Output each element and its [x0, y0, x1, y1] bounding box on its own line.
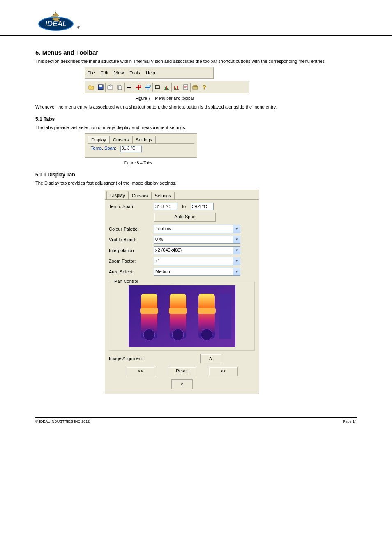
area-label: Area Select:	[109, 269, 154, 274]
temp-span-value-cropped: 31.3 °C	[120, 146, 142, 152]
temp-span-label-cropped: Temp. Span:	[91, 146, 116, 150]
cursor-cold-icon[interactable]: C	[143, 83, 153, 92]
svg-rect-17	[175, 88, 176, 90]
tabs-cropped-figure: Display Cursors Settings Temp. Span: 31.…	[85, 133, 197, 158]
svg-rect-18	[177, 86, 178, 90]
toolbar-figure: B C ?	[85, 81, 249, 93]
save-icon[interactable]	[96, 83, 106, 92]
page-header: IDEAL ®	[0, 0, 392, 36]
align-up-button[interactable]: ʌ	[200, 354, 221, 363]
pan-control-fieldset: Pan Control	[109, 282, 255, 351]
chevron-down-icon[interactable]: ▼	[233, 225, 240, 233]
library-icon[interactable]	[191, 83, 200, 92]
svg-rect-19	[184, 85, 188, 90]
page-footer: © IDEAL INDUSTRIES INC 2012 Page 14	[35, 417, 357, 423]
svg-text:IDEAL: IDEAL	[45, 20, 67, 28]
svg-rect-21	[194, 85, 197, 86]
align-right-button[interactable]: >>	[209, 367, 238, 376]
cursor-plain-icon[interactable]	[125, 83, 134, 92]
svg-rect-32	[198, 308, 216, 314]
tab-display[interactable]: Display	[88, 136, 110, 143]
temp-to-input[interactable]	[191, 203, 214, 210]
visible-blend-select[interactable]: 0 %	[154, 236, 233, 244]
open-icon[interactable]	[87, 83, 96, 92]
svg-rect-16	[174, 86, 175, 90]
svg-rect-12	[155, 86, 159, 89]
cursor-hot-icon[interactable]: B	[134, 83, 143, 92]
tab-cursors[interactable]: Cursors	[109, 136, 133, 143]
svg-rect-31	[169, 308, 187, 314]
svg-text:?: ?	[203, 84, 206, 90]
svg-point-29	[201, 329, 212, 340]
menubar-figure: File Edit View Tools Help	[85, 67, 214, 79]
pan-control-legend: Pan Control	[113, 279, 140, 284]
auto-span-button[interactable]: Auto Span	[154, 213, 216, 222]
menu-tools[interactable]: Tools	[129, 70, 140, 75]
section-title: 5. Menus and Toolbar	[35, 49, 348, 56]
chevron-down-icon[interactable]: ▼	[233, 246, 240, 254]
ideal-logo: IDEAL ®	[35, 7, 86, 32]
copy-image-icon[interactable]	[115, 83, 125, 92]
align-down-button[interactable]: v	[171, 379, 193, 389]
temp-from-input[interactable]	[154, 203, 177, 210]
svg-rect-15	[167, 88, 168, 90]
temp-span-label: Temp. Span:	[109, 204, 154, 209]
display-tab-title: 5.1.1 Display Tab	[35, 172, 348, 178]
svg-text:®: ®	[77, 25, 80, 30]
chart-icon[interactable]	[162, 83, 172, 92]
chart2-icon[interactable]	[172, 83, 181, 92]
panel-tab-settings[interactable]: Settings	[151, 192, 175, 199]
align-left-button[interactable]: <<	[127, 367, 155, 376]
colour-palette-label: Colour Palette:	[109, 227, 154, 231]
section-intro: This section describes the menu structur…	[35, 58, 348, 65]
image-alignment-label: Image Alignment:	[109, 356, 166, 361]
tab-settings[interactable]: Settings	[132, 136, 156, 143]
figure7-caption: Figure 7 – Menu bar and toolbar	[85, 96, 245, 102]
chevron-down-icon[interactable]: ▼	[233, 257, 240, 265]
svg-point-7	[109, 85, 111, 86]
svg-point-28	[172, 329, 184, 340]
panel-tab-display[interactable]: Display	[106, 191, 129, 199]
tabs-title: 5.1 Tabs	[35, 116, 348, 122]
interpolation-label: Interpolation:	[109, 248, 154, 253]
tabs-intro: The tabs provide fast selection of image…	[35, 125, 348, 131]
interpolation-select[interactable]: x2 (640x480)	[154, 246, 233, 254]
thermal-preview[interactable]	[129, 285, 235, 347]
zoom-label: Zoom Factor:	[109, 259, 154, 264]
properties-icon[interactable]	[106, 83, 115, 92]
toolbar-note: Whenever the menu entry is associated wi…	[35, 104, 348, 110]
footer-copyright: © IDEAL INDUSTRIES INC 2012	[35, 419, 90, 423]
report-icon[interactable]	[181, 83, 191, 92]
display-panel: Display Cursors Settings Temp. Span: to …	[104, 189, 259, 394]
help-icon[interactable]: ?	[200, 83, 209, 92]
align-reset-button[interactable]: Reset	[168, 367, 196, 376]
svg-rect-30	[140, 308, 158, 314]
zoom-select[interactable]: x1	[154, 257, 233, 265]
chevron-down-icon[interactable]: ▼	[233, 236, 240, 244]
display-tab-intro: The Display tab provides fast adjustment…	[35, 180, 348, 186]
area-select[interactable]: Medium	[154, 268, 233, 276]
svg-text:C: C	[149, 85, 151, 87]
svg-rect-5	[99, 85, 102, 87]
menu-file[interactable]: File	[88, 70, 95, 75]
to-label: to	[182, 204, 186, 209]
menu-help[interactable]: Help	[146, 70, 155, 75]
svg-point-27	[143, 329, 155, 340]
svg-rect-20	[193, 86, 198, 89]
footer-page: Page 14	[343, 419, 357, 423]
area-icon[interactable]	[153, 83, 162, 92]
svg-rect-33	[219, 294, 231, 339]
svg-rect-9	[118, 86, 122, 90]
svg-text:B: B	[140, 85, 141, 87]
svg-rect-13	[165, 87, 166, 90]
menu-view[interactable]: View	[114, 70, 124, 75]
colour-palette-select[interactable]: Ironbow	[154, 225, 233, 233]
svg-rect-14	[166, 86, 167, 90]
panel-tab-cursors[interactable]: Cursors	[128, 192, 152, 199]
visible-blend-label: Visible Blend:	[109, 237, 154, 242]
chevron-down-icon[interactable]: ▼	[233, 268, 240, 276]
menu-edit[interactable]: Edit	[101, 70, 108, 75]
figure8-caption: Figure 8 – Tabs	[85, 160, 191, 166]
